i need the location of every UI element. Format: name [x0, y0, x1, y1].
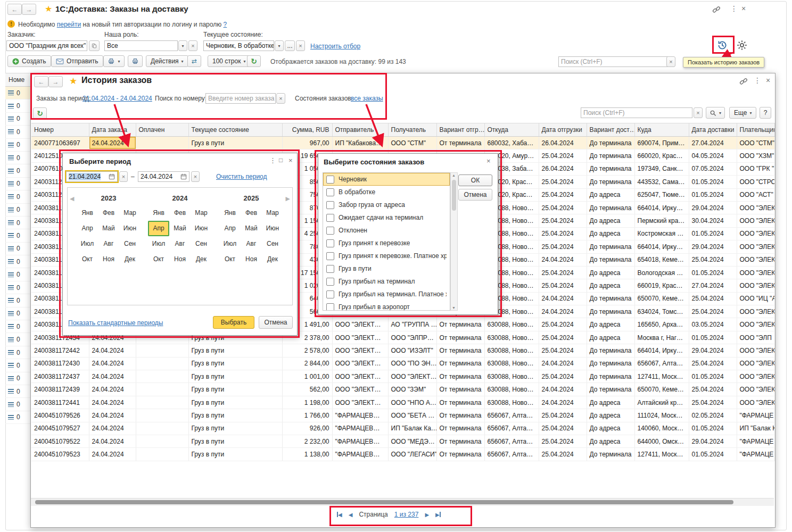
number-search-input[interactable]: Введите номер заказа	[205, 93, 276, 104]
more-menu-icon[interactable]: ⋮	[269, 156, 276, 164]
select-button[interactable]: Выбрать	[213, 316, 254, 329]
calendar-month-cell[interactable]: Авг	[241, 236, 262, 252]
calendar-month-cell[interactable]: Июн	[191, 221, 212, 236]
customer-copy-button[interactable]	[89, 40, 100, 51]
column-header[interactable]: Номер	[31, 123, 89, 137]
calendar-month-cell[interactable]: Фев	[98, 205, 119, 221]
checkbox[interactable]	[326, 278, 334, 286]
get-link-icon[interactable]	[739, 77, 748, 87]
more-button[interactable]: Еще▾	[729, 107, 756, 119]
calendar-month-cell[interactable]: Мар	[262, 205, 283, 221]
refresh-button[interactable]: ↻	[247, 55, 261, 67]
state-item[interactable]: Груз принят к перевозке. Платное хра…	[323, 250, 450, 262]
help-button[interactable]: ?	[760, 107, 771, 119]
calendar-month-cell[interactable]: Сен	[119, 236, 141, 252]
calendar-month-cell[interactable]: Янв	[148, 205, 169, 221]
states-link[interactable]: все заказы	[351, 95, 383, 102]
state-item[interactable]: Груз прибыл в аэропорт	[323, 301, 450, 311]
state-item[interactable]: Черновик	[323, 173, 450, 186]
checkbox[interactable]	[326, 252, 334, 260]
state-more-button[interactable]: ...	[285, 40, 295, 51]
next-page-button[interactable]: ▶	[425, 512, 429, 518]
scroll-up-icon[interactable]: ▲	[452, 173, 456, 177]
column-header[interactable]: Куда	[634, 123, 689, 137]
calendar-month-cell[interactable]: Окт	[148, 252, 169, 267]
checkbox[interactable]	[326, 303, 334, 311]
column-header[interactable]: Плательщик	[737, 123, 774, 137]
calendar-month-cell[interactable]: Сен	[262, 236, 283, 252]
actions-button[interactable]: Действия▾	[146, 55, 188, 67]
state-item[interactable]: Груз принят к перевозке	[323, 237, 450, 250]
state-item[interactable]: Ожидает сдачи на терминал	[323, 211, 450, 224]
create-button[interactable]: Создать	[7, 55, 51, 67]
checkbox[interactable]	[326, 176, 334, 184]
main-search-input[interactable]: Поиск (Ctrl+F)	[558, 56, 668, 67]
notification-link[interactable]: перейти	[57, 21, 81, 28]
calendar-month-cell[interactable]: Ноя	[98, 252, 119, 267]
period-cancel-button[interactable]: Отмена	[259, 316, 293, 329]
calendar-month-cell[interactable]: Май	[169, 221, 191, 236]
main-left-row[interactable]: 0	[5, 411, 30, 424]
state-dropdown-button[interactable]: ▾	[275, 40, 284, 51]
main-table-number-header[interactable]: Номе	[5, 73, 30, 87]
role-clear-button[interactable]: ×	[188, 40, 197, 51]
swap-button[interactable]: ⇄	[187, 55, 201, 67]
calendar-month-cell[interactable]: Окт	[77, 252, 98, 267]
prev-page-button[interactable]: ◀	[349, 512, 353, 518]
history-refresh-button[interactable]: ↻	[33, 107, 47, 119]
customer-input[interactable]: ООО "Праздник для всех"	[6, 40, 87, 51]
main-left-row[interactable]: 0	[5, 217, 30, 229]
calendar-month-cell[interactable]: Фев	[241, 205, 262, 221]
number-search-clear-button[interactable]: ×	[276, 93, 285, 104]
main-left-row[interactable]: 0	[5, 333, 30, 346]
close-icon[interactable]: ×	[741, 4, 746, 13]
main-left-row[interactable]: 0	[5, 204, 30, 217]
more-menu-icon[interactable]: ⋮	[754, 76, 761, 85]
calendar-month-cell[interactable]: Фев	[169, 205, 191, 221]
calendar-month-cell[interactable]: Сен	[191, 236, 212, 252]
horizontal-scrollbar[interactable]	[31, 498, 774, 506]
table-row[interactable]: 2400451079522 24.04.2024 Груз в пути 2 2…	[31, 435, 774, 447]
calendar-month-cell[interactable]: Май	[98, 221, 119, 236]
main-left-row[interactable]: 0	[5, 268, 30, 281]
table-row[interactable]: 2400381172430 24.04.2024 Груз в пути 2 8…	[31, 357, 774, 370]
period-link[interactable]: 21.04.2024 - 24.04.2024	[82, 95, 152, 102]
checkbox[interactable]	[326, 239, 334, 247]
table-row[interactable]: 2400381172437 24.04.2024 Груз в пути 1 0…	[31, 370, 774, 383]
print-button[interactable]	[128, 55, 143, 67]
notification-help-link[interactable]: ?	[224, 21, 227, 28]
main-left-row[interactable]: 0	[5, 255, 30, 268]
checkbox[interactable]	[326, 214, 334, 222]
table-row[interactable]: 2400381172441 24.04.2024 Груз в пути 1 1…	[31, 396, 774, 409]
main-left-row[interactable]: 0	[5, 126, 30, 138]
date-from-input[interactable]: 21.04.2024	[66, 171, 118, 182]
calendar-month-cell[interactable]: Авг	[98, 236, 119, 252]
close-icon[interactable]: ×	[766, 76, 770, 85]
states-scrollbar[interactable]: ▲ ▼	[450, 172, 458, 311]
table-row[interactable]: 2400451079523 24.04.2024 Груз в пути 1 1…	[31, 448, 774, 461]
main-left-row[interactable]: 0	[5, 139, 30, 152]
table-row[interactable]: 2400381172439 24.04.2024 Груз в пути 562…	[31, 383, 774, 396]
more-menu-icon[interactable]: ⋮	[730, 4, 738, 13]
date-to-input[interactable]: 24.04.2024	[138, 171, 189, 182]
checkbox[interactable]	[326, 201, 334, 209]
checkbox[interactable]	[326, 290, 334, 298]
scrollbar-thumb[interactable]	[452, 180, 456, 211]
clear-period-link[interactable]: Очистить период	[216, 173, 267, 180]
column-header[interactable]: Дата заказа	[89, 123, 136, 137]
column-header[interactable]: Откуда	[484, 123, 539, 137]
history-back-button[interactable]: ←	[34, 76, 48, 87]
calendar-month-cell[interactable]: Апр	[77, 221, 98, 236]
forward-button[interactable]: →	[22, 4, 36, 15]
calendar-month-cell[interactable]: Апр	[148, 221, 169, 236]
last-page-button[interactable]: ▶	[435, 512, 441, 518]
calendar-month-cell[interactable]: Май	[241, 221, 262, 236]
search-options-button[interactable]: ▾	[706, 107, 725, 119]
ok-button[interactable]: ОК	[458, 174, 492, 186]
main-left-row[interactable]: 0	[5, 99, 30, 112]
column-header[interactable]: Получатель	[388, 123, 436, 137]
table-row[interactable]: 2400771063697 24.04.2024 Груз в пути 967…	[31, 137, 774, 149]
main-left-row[interactable]: 0	[5, 281, 30, 294]
calendar-month-cell[interactable]: Мар	[119, 205, 141, 221]
main-search-clear-button[interactable]: ×	[666, 56, 675, 67]
